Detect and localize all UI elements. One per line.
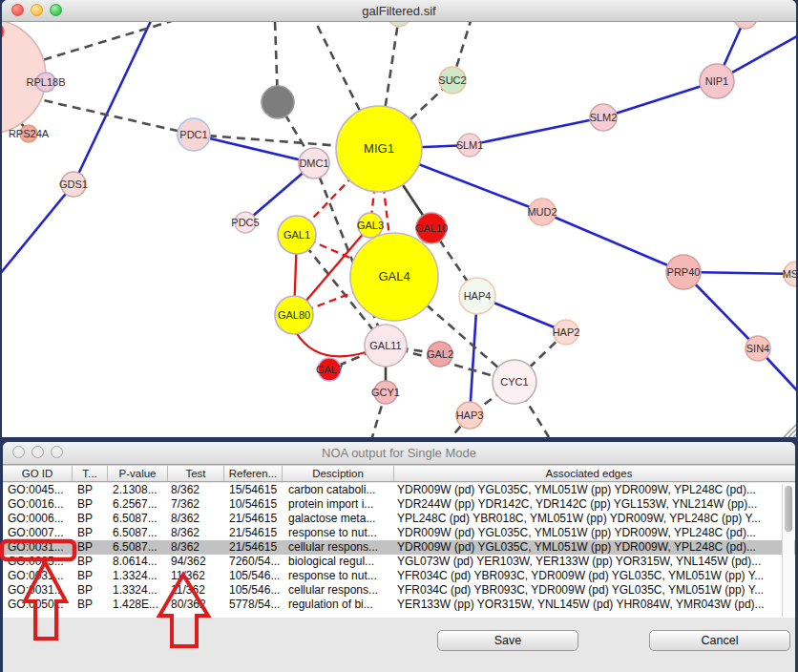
cell-assoc: YPL248C (pd) YBR018C, YML051W (pp) YDR00…	[394, 512, 784, 526]
node-DMC1[interactable]: DMC1	[299, 148, 329, 178]
cell-type: BP	[73, 512, 108, 526]
node-SIN4[interactable]: SIN4	[746, 336, 770, 361]
network-canvas[interactable]: RPL18BRPS24AGDS1PDC1DMC1MIG1SUC2SLM1SLM2…	[2, 0, 796, 437]
table-row[interactable]: GO:0016...BP6.2567...7/36210/54615protei…	[3, 497, 795, 512]
minimize-button[interactable]	[31, 4, 43, 16]
node-PDC1[interactable]: PDC1	[178, 118, 210, 151]
svg-text:MUD2: MUD2	[527, 206, 556, 218]
cell-desciption: carbon cataboli...	[283, 483, 394, 497]
node-PRP40[interactable]: PRP40	[666, 255, 701, 289]
cell-go_id: GO:0031...	[3, 569, 73, 583]
scrollbar-thumb[interactable]	[785, 486, 792, 532]
table-row[interactable]: GO:0031...BP1.3324...11/362105/546...cel…	[3, 583, 795, 598]
cell-p_value: 2.1308...	[108, 483, 168, 497]
column-header-test[interactable]: Test	[168, 466, 224, 481]
table-row[interactable]: GO:0031...BP6.5087...8/36221/54615cellul…	[3, 540, 795, 555]
cell-test: 11/362	[168, 569, 224, 583]
svg-text:MSL1: MSL1	[783, 268, 796, 280]
close-button[interactable]	[12, 446, 25, 458]
cell-go_id: GO:0016...	[3, 497, 73, 512]
node-SLM2[interactable]: SLM2	[590, 104, 618, 131]
cell-type: BP	[73, 555, 108, 569]
cell-assoc: YDR009W (pd) YGL035C, YML051W (pp) YDR00…	[394, 526, 784, 540]
cell-test: 8/362	[168, 512, 224, 526]
cell-assoc: YFR034C (pd) YBR093C, YDR009W (pd) YGL03…	[394, 583, 784, 598]
column-header-referen-[interactable]: Referen...	[224, 466, 283, 481]
cell-reference: 21/54615	[224, 540, 283, 555]
node-HAP2[interactable]: HAP2	[553, 320, 580, 345]
node-GAL10[interactable]: GAL10	[415, 213, 448, 243]
minimize-button[interactable]	[32, 446, 44, 458]
table-row[interactable]: GO:0006...BP6.5087...8/36221/54615galact…	[3, 512, 795, 526]
cancel-button[interactable]: Cancel	[649, 630, 790, 651]
node-MSL1[interactable]: MSL1	[783, 262, 796, 286]
table-row[interactable]: GO:0007...BP6.5087...8/36221/54615respon…	[3, 526, 795, 540]
svg-text:GAL10: GAL10	[415, 222, 448, 234]
svg-text:NIP1: NIP1	[705, 75, 728, 87]
column-header-t-[interactable]: T...	[73, 466, 108, 481]
node-GAL2[interactable]: GAL2	[427, 342, 453, 367]
node-HAP4[interactable]: HAP4	[459, 278, 495, 314]
node-HAP3[interactable]: HAP3	[456, 402, 484, 429]
node-GAL3[interactable]: GAL3	[357, 213, 384, 238]
svg-text:HAP2: HAP2	[553, 326, 580, 338]
svg-text:HAP3: HAP3	[456, 410, 484, 421]
node-MUD2[interactable]: MUD2	[527, 199, 556, 225]
cell-p_value: 6.5087...	[108, 526, 168, 540]
cell-desciption: regulation of bi...	[283, 598, 394, 612]
cell-go_id: GO:0031...	[3, 540, 73, 555]
node-GAL1[interactable]: GAL1	[278, 216, 316, 254]
cell-test: 8/362	[168, 526, 224, 540]
node-MIG1[interactable]: MIG1	[336, 106, 422, 192]
vertical-scrollbar[interactable]	[782, 484, 794, 617]
cell-type: BP	[73, 598, 108, 612]
save-button[interactable]: Save	[437, 630, 578, 651]
table-row[interactable]: GO:0045...BP2.1308...8/36215/54615carbon…	[3, 483, 795, 497]
table-header-row[interactable]: GO IDT...P-valueTestReferen...Desciption…	[3, 465, 795, 482]
cell-assoc: YFR034C (pd) YBR093C, YDR009W (pd) YGL03…	[394, 569, 784, 583]
svg-text:GAL80: GAL80	[278, 309, 310, 321]
cell-go_id: GO:0006...	[3, 512, 73, 526]
svg-text:GAL1: GAL1	[284, 229, 310, 241]
go-results-table[interactable]: GO:0045...BP2.1308...8/36215/54615carbon…	[3, 483, 795, 618]
cell-reference: 105/546...	[224, 569, 283, 583]
gal-window-titlebar[interactable]: galFiltered.sif	[2, 0, 796, 22]
table-row[interactable]: GO:0050...BP1.428E...80/3625778/54...reg…	[3, 598, 795, 612]
cell-p_value: 1.3324...	[108, 583, 168, 598]
svg-text:GAL3: GAL3	[357, 220, 384, 231]
node-GAL4[interactable]: GAL4	[350, 233, 438, 321]
node-GAL80[interactable]: GAL80	[275, 296, 313, 334]
cell-go_id: GO:0031...	[3, 583, 73, 598]
node-GAL11[interactable]: GAL11	[365, 325, 407, 367]
cell-p_value: 6.5087...	[108, 512, 168, 526]
close-button[interactable]	[11, 4, 24, 16]
column-header-p-value[interactable]: P-value	[108, 466, 168, 481]
network-edges	[2, 16, 796, 437]
cell-assoc: YER133W (pp) YOR315W, YNL145W (pd) YHR08…	[394, 598, 784, 612]
cell-assoc: YGL073W (pd) YER103W, YER133W (pp) YOR31…	[394, 555, 784, 569]
cell-desciption: biological regul...	[283, 555, 394, 569]
table-row[interactable]: GO:0031...BP1.3324...11/362105/546...res…	[3, 569, 795, 583]
column-header-associated-edges[interactable]: Associated edges	[394, 466, 784, 481]
node-GCY1[interactable]: GCY1	[371, 381, 400, 404]
node-SLM1[interactable]: SLM1	[456, 134, 484, 157]
node-SUC2[interactable]: SUC2	[438, 67, 466, 94]
node-CYC1[interactable]: CYC1	[493, 360, 536, 404]
svg-text:SLM2: SLM2	[590, 112, 618, 123]
table-row[interactable]: GO:0065...BP8.0614...94/3627260/54...bio…	[3, 555, 795, 569]
noa-window-titlebar[interactable]: NOA output for Single Mode	[3, 442, 795, 465]
svg-text:CYC1: CYC1	[500, 376, 528, 388]
node-NIP1[interactable]: NIP1	[700, 64, 734, 98]
node-GDS1[interactable]: GDS1	[59, 172, 88, 197]
cell-test: 80/362	[168, 598, 224, 612]
column-header-go-id[interactable]: GO ID	[3, 466, 73, 481]
node-GAL7[interactable]: GAL7	[316, 358, 343, 381]
gal-window-title: galFiltered.sif	[362, 4, 435, 18]
zoom-button[interactable]	[51, 446, 63, 458]
node-unnamed-gray[interactable]	[262, 86, 294, 118]
svg-text:DMC1: DMC1	[299, 158, 328, 169]
zoom-button[interactable]	[50, 4, 62, 16]
svg-text:PDC5: PDC5	[231, 217, 259, 228]
column-header-desciption[interactable]: Desciption	[283, 466, 394, 481]
node-RPS24A[interactable]: RPS24A	[9, 125, 50, 142]
